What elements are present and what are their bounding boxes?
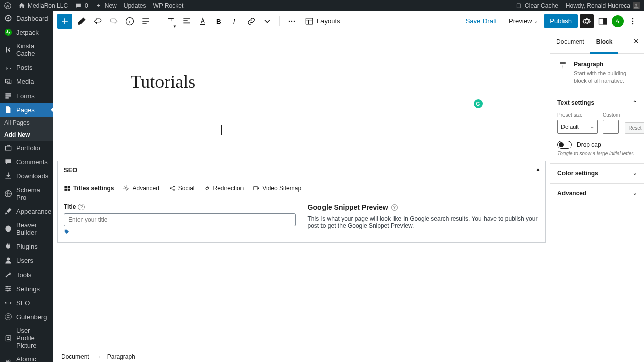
- settings-gear-button[interactable]: [580, 14, 594, 28]
- new-content-link[interactable]: +New: [95, 2, 117, 9]
- menu-upp[interactable]: User Profile Picture: [0, 324, 53, 352]
- menu-jetpack[interactable]: Jetpack: [0, 25, 53, 39]
- submenu-add-new[interactable]: Add New: [0, 129, 53, 141]
- editor-more-menu[interactable]: [626, 14, 640, 28]
- menu-schema[interactable]: Schema Pro: [0, 183, 53, 204]
- advanced-settings-toggle[interactable]: Advanced⌄: [550, 184, 644, 203]
- help-icon[interactable]: ?: [78, 204, 85, 210]
- redo-button[interactable]: [107, 14, 121, 28]
- svg-point-15: [5, 314, 12, 320]
- site-name-link[interactable]: MediaRon LLC: [18, 2, 68, 9]
- seo-tab-redirection[interactable]: Redirection: [204, 185, 244, 192]
- more-options-button[interactable]: [285, 14, 299, 28]
- outline-button[interactable]: [139, 14, 153, 28]
- preview-button[interactable]: Preview⌄: [505, 14, 542, 28]
- preset-size-select[interactable]: Default⌄: [557, 120, 598, 134]
- svg-point-13: [7, 290, 9, 291]
- svg-point-11: [6, 286, 8, 287]
- svg-rect-39: [68, 189, 70, 191]
- grammarly-icon[interactable]: G: [474, 99, 483, 108]
- drop-cap-toggle[interactable]: [557, 141, 572, 149]
- chevron-down-icon: ⌄: [590, 124, 594, 129]
- custom-size-input[interactable]: [603, 120, 619, 134]
- comments-icon: [4, 158, 12, 166]
- updates-link[interactable]: Updates: [124, 2, 146, 9]
- menu-forms[interactable]: Forms: [0, 88, 53, 103]
- menu-tools[interactable]: Tools: [0, 267, 53, 282]
- tag-icon[interactable]: [64, 229, 70, 236]
- submenu-all-pages[interactable]: All Pages: [0, 117, 53, 129]
- menu-appearance[interactable]: Appearance: [0, 204, 53, 218]
- breadcrumb-paragraph[interactable]: Paragraph: [107, 353, 135, 360]
- svg-point-33: [632, 18, 634, 19]
- howdy-link[interactable]: Howdy, Ronald Huereca: [566, 2, 640, 9]
- menu-portfolio[interactable]: Portfolio: [0, 141, 53, 155]
- italic-button[interactable]: I: [228, 14, 242, 28]
- svg-text:B: B: [216, 18, 221, 25]
- chevron-down-icon: ⌄: [633, 170, 637, 176]
- undo-button[interactable]: [91, 14, 105, 28]
- menu-beaver[interactable]: Beaver Builder: [0, 218, 53, 239]
- paragraph-block[interactable]: +: [221, 123, 473, 137]
- menu-users[interactable]: Users: [0, 253, 53, 267]
- menu-atomic[interactable]: Atomic Blocks: [0, 352, 53, 362]
- page-title[interactable]: Tutorials: [131, 71, 473, 93]
- svg-point-10: [7, 257, 10, 260]
- more-rich-text-button[interactable]: [260, 14, 274, 28]
- seo-tab-social[interactable]: Social: [169, 185, 195, 192]
- admin-bar: MediaRon LLC 0 +New Updates WP Rocket Cl…: [0, 0, 644, 11]
- jetpack-avatar[interactable]: [612, 15, 624, 27]
- menu-plugins[interactable]: Plugins: [0, 239, 53, 253]
- wp-logo[interactable]: [4, 2, 11, 9]
- inspector-close-button[interactable]: ×: [628, 31, 644, 53]
- layouts-button[interactable]: Layouts: [301, 17, 344, 26]
- jetpack-sidebar-button[interactable]: [596, 14, 610, 28]
- bold-button[interactable]: B: [212, 14, 226, 28]
- seo-title-input[interactable]: [64, 213, 296, 226]
- menu-dashboard[interactable]: Dashboard: [0, 11, 53, 25]
- text-color-button[interactable]: [196, 14, 210, 28]
- publish-button[interactable]: Publish: [544, 14, 578, 28]
- menu-downloads[interactable]: Downloads: [0, 169, 53, 183]
- block-inserter-button[interactable]: [57, 14, 72, 29]
- svg-text:SEO: SEO: [5, 301, 12, 305]
- menu-pages[interactable]: Pages: [0, 103, 53, 117]
- svg-rect-24: [200, 24, 205, 25]
- paragraph-icon: [557, 61, 568, 85]
- menu-gutenberg[interactable]: Gutenberg: [0, 310, 53, 324]
- seo-tab-advanced[interactable]: Advanced: [123, 185, 159, 192]
- menu-kinsta[interactable]: Kinsta Cache: [0, 39, 53, 60]
- svg-point-28: [291, 20, 293, 22]
- menu-comments[interactable]: Comments: [0, 155, 53, 169]
- editor-canvas[interactable]: G Tutorials +: [106, 31, 498, 157]
- link-button[interactable]: [244, 14, 258, 28]
- menu-seo[interactable]: SEOSEO: [0, 296, 53, 310]
- comments-link[interactable]: 0: [75, 2, 88, 9]
- pin-icon: [4, 63, 12, 71]
- menu-posts[interactable]: Posts: [0, 60, 53, 74]
- seo-tab-video[interactable]: Video Sitemap: [253, 185, 301, 192]
- edit-mode-button[interactable]: [74, 14, 89, 28]
- menu-media[interactable]: Media: [0, 74, 53, 88]
- inspector-tab-block[interactable]: Block: [590, 31, 619, 54]
- info-button[interactable]: [123, 14, 137, 28]
- help-icon[interactable]: ?: [391, 204, 398, 211]
- svg-point-29: [294, 20, 295, 22]
- link-icon: [204, 185, 211, 192]
- caret-up-icon: ▴: [537, 166, 539, 174]
- breadcrumb-document[interactable]: Document: [61, 353, 89, 360]
- align-button[interactable]: [180, 14, 194, 28]
- seo-tab-titles[interactable]: Titles settings: [64, 185, 114, 192]
- reset-size-button[interactable]: Reset: [625, 122, 644, 134]
- wprocket-link[interactable]: WP Rocket: [153, 2, 183, 9]
- text-settings-toggle[interactable]: Text settings⌃: [550, 93, 644, 112]
- gear-icon: [123, 185, 130, 192]
- menu-settings[interactable]: Settings: [0, 282, 53, 296]
- transform-button[interactable]: ▼: [164, 14, 178, 28]
- clear-cache-link[interactable]: Clear Cache: [515, 2, 558, 9]
- svg-point-27: [289, 20, 290, 22]
- inspector-tab-document[interactable]: Document: [550, 31, 590, 53]
- color-settings-toggle[interactable]: Color settings⌄: [550, 164, 644, 183]
- seo-metabox-toggle[interactable]: SEO ▴: [58, 161, 545, 179]
- save-draft-button[interactable]: Save Draft: [460, 14, 503, 28]
